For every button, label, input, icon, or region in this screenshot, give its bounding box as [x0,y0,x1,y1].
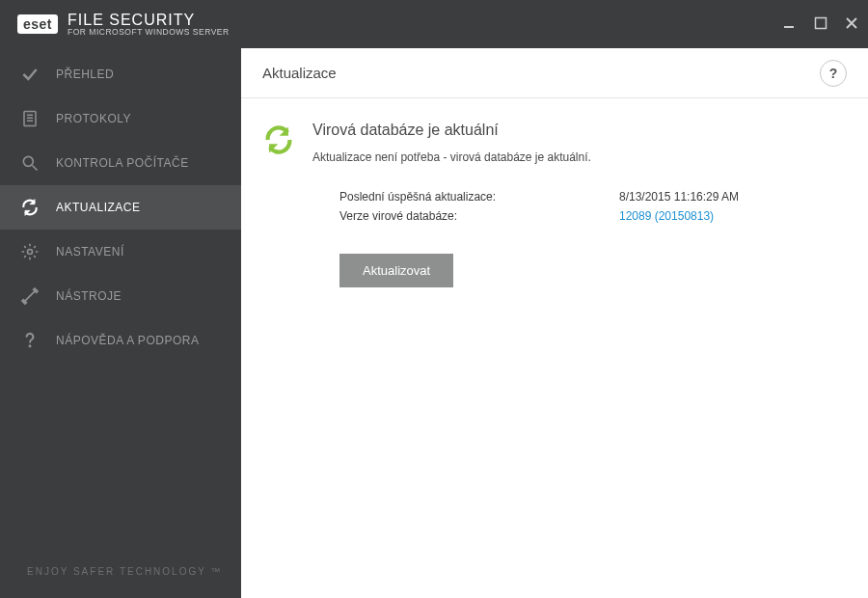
sidebar: PŘEHLED PROTOKOLY KONTROLA POČÍTAČE AKTU… [0,48,241,598]
search-icon [19,152,41,174]
sidebar-item-label: NASTAVENÍ [56,245,124,258]
tools-icon [19,285,41,307]
sidebar-item-label: NÁSTROJE [56,289,122,303]
document-icon [19,108,41,129]
sidebar-item-tools[interactable]: NÁSTROJE [0,274,241,318]
svg-point-10 [28,250,33,255]
app-title: FILE SECURITY [68,12,230,29]
svg-point-6 [23,156,33,166]
question-icon [19,330,41,351]
sidebar-item-help[interactable]: NÁPOVĚDA A PODPORA [0,318,241,363]
refresh-icon [19,197,41,218]
close-button[interactable] [845,16,858,33]
content-pane: Aktualizace ? Virová databáze je aktuáln… [241,48,868,598]
status-row: Virová databáze je aktuální Aktualizace … [262,122,847,164]
sidebar-item-logs[interactable]: PROTOKOLY [0,96,241,141]
sidebar-item-label: PŘEHLED [56,68,114,81]
db-version-link[interactable]: 12089 (20150813) [619,206,714,226]
status-title: Virová databáze je aktuální [312,122,591,139]
db-version-label: Verze virové databáze: [339,206,619,226]
sidebar-item-label: AKTUALIZACE [56,201,141,214]
last-update-label: Poslední úspěšná aktualizace: [339,187,619,206]
svg-rect-0 [784,26,794,28]
sidebar-item-overview[interactable]: PŘEHLED [0,52,241,96]
sidebar-nav: PŘEHLED PROTOKOLY KONTROLA POČÍTAČE AKTU… [0,48,241,363]
maximize-button[interactable] [814,16,827,33]
content-header: Aktualizace ? [241,48,868,98]
window-controls [783,16,858,33]
content-body: Virová databáze je aktuální Aktualizace … [241,98,868,311]
sidebar-item-update[interactable]: AKTUALIZACE [0,185,241,230]
db-version-row: Verze virové databáze: 12089 (20150813) [339,206,847,226]
sidebar-item-label: NÁPOVĚDA A PODPORA [56,334,199,347]
status-description: Aktualizace není potřeba - virová databá… [312,150,591,164]
page-title: Aktualizace [262,65,337,81]
svg-rect-1 [816,17,827,28]
sidebar-item-label: KONTROLA POČÍTAČE [56,156,189,170]
last-update-row: Poslední úspěšná aktualizace: 8/13/2015 … [339,187,847,206]
sidebar-item-scan[interactable]: KONTROLA POČÍTAČE [0,141,241,185]
last-update-value: 8/13/2015 11:16:29 AM [619,187,739,206]
status-refresh-icon [262,123,295,156]
svg-line-7 [33,166,38,171]
gear-icon [19,241,41,262]
status-text: Virová databáze je aktuální Aktualizace … [312,122,591,164]
svg-point-11 [29,345,31,347]
title-bar: eset FILE SECURITY FOR MICROSOFT WINDOWS… [0,0,868,48]
sidebar-item-label: PROTOKOLY [56,112,131,125]
app-subtitle: FOR MICROSOFT WINDOWS SERVER [68,28,230,37]
sidebar-item-settings[interactable]: NASTAVENÍ [0,230,241,274]
help-button[interactable]: ? [820,60,847,87]
brand-logo: eset [17,14,58,34]
minimize-button[interactable] [783,16,797,33]
sidebar-footer-tagline: ENJOY SAFER TECHNOLOGY ™ [0,566,241,598]
update-button[interactable]: Aktualizovat [339,254,453,287]
title-block: FILE SECURITY FOR MICROSOFT WINDOWS SERV… [68,12,230,38]
check-icon [19,64,41,85]
details-block: Poslední úspěšná aktualizace: 8/13/2015 … [339,187,847,227]
